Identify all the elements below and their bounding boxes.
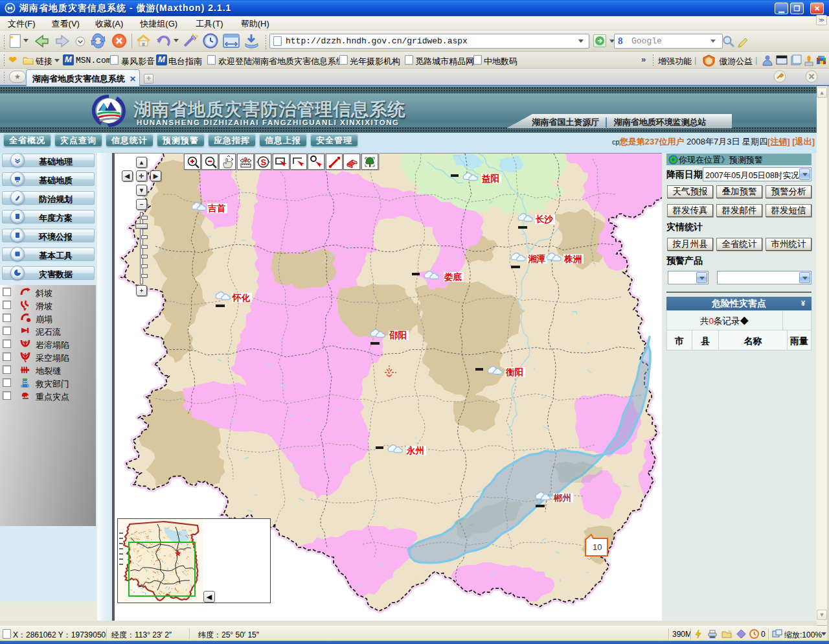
svg-text:郴州: 郴州: [553, 493, 571, 503]
svg-text:邵阳: 邵阳: [389, 330, 407, 340]
svg-text:10: 10: [593, 542, 602, 552]
svg-text:?: ?: [244, 157, 247, 164]
svg-text:湘潭: 湘潭: [528, 254, 546, 264]
svg-text:S: S: [261, 157, 267, 167]
svg-text:益阳: 益阳: [481, 174, 499, 183]
svg-text:娄底: 娄底: [444, 272, 462, 282]
svg-text:吉首: 吉首: [207, 203, 226, 213]
svg-text:永州: 永州: [406, 445, 424, 455]
svg-text:怀化: 怀化: [232, 293, 251, 303]
svg-text:衡阳: 衡阳: [505, 367, 523, 377]
svg-text:株洲: 株洲: [563, 254, 582, 264]
svg-text:长沙: 长沙: [535, 214, 554, 224]
